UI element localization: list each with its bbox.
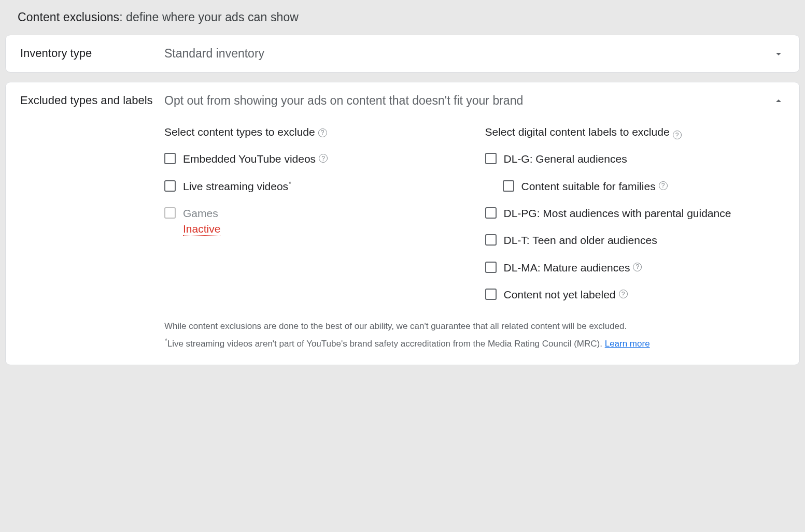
- help-icon[interactable]: ?: [633, 263, 642, 271]
- checkbox-live-streaming: Live streaming videos*: [164, 179, 464, 194]
- page-title-rest: : define where your ads can show: [119, 10, 299, 24]
- checkbox-label-text: Embedded YouTube videos: [183, 152, 316, 166]
- inventory-type-card: Inventory type Standard inventory: [5, 35, 800, 73]
- footer-note-2: *Live streaming videos aren't part of Yo…: [164, 336, 733, 350]
- help-icon[interactable]: ?: [318, 128, 327, 137]
- excluded-types-description: Opt out from showing your ads on content…: [164, 94, 766, 108]
- help-icon[interactable]: ?: [673, 131, 682, 139]
- checkbox-label-text: Content not yet labeled: [504, 287, 616, 302]
- help-icon[interactable]: ?: [659, 181, 668, 190]
- checkbox-input[interactable]: [503, 180, 514, 192]
- checkbox-input[interactable]: [164, 153, 176, 164]
- checkbox-embedded-youtube: Embedded YouTube videos ?: [164, 152, 464, 166]
- footer-note-2-text: Live streaming videos aren't part of You…: [167, 339, 605, 349]
- checkbox-input[interactable]: [485, 234, 497, 246]
- page-header: Content exclusions: define where your ad…: [5, 5, 800, 35]
- content-types-header-text: Select content types to exclude: [164, 124, 315, 139]
- footer-notes: While content exclusions are done to the…: [164, 320, 785, 350]
- checkbox-label-text: Games: [183, 206, 220, 221]
- inventory-type-row[interactable]: Inventory type Standard inventory: [6, 35, 799, 72]
- inventory-type-label: Inventory type: [20, 47, 164, 60]
- help-icon[interactable]: ?: [319, 154, 328, 163]
- checkbox-input-disabled: [164, 207, 176, 219]
- checkbox-label-text: Live streaming videos*: [183, 179, 291, 194]
- checkbox-input[interactable]: [485, 262, 497, 273]
- footer-note-1: While content exclusions are done to the…: [164, 320, 733, 333]
- checkbox-dl-pg: DL-PG: Most audiences with parental guid…: [485, 206, 785, 221]
- chevron-up-icon[interactable]: [772, 95, 785, 107]
- digital-labels-header: Select digital content labels to exclude…: [485, 124, 785, 139]
- checkbox-input[interactable]: [485, 207, 497, 219]
- chevron-down-icon[interactable]: [772, 48, 785, 60]
- checkbox-label-text: Content suitable for families: [521, 179, 656, 194]
- help-icon[interactable]: ?: [619, 290, 628, 298]
- checkbox-dl-ma: DL-MA: Mature audiences ?: [485, 261, 785, 275]
- checkbox-not-labeled: Content not yet labeled ?: [485, 287, 785, 302]
- inventory-type-value: Standard inventory: [164, 47, 766, 61]
- inactive-status: Inactive: [183, 223, 220, 236]
- checkbox-dl-g: DL-G: General audiences: [485, 152, 785, 166]
- checkbox-label-text: DL-G: General audiences: [504, 152, 627, 166]
- digital-labels-header-text: Select digital content labels to exclude: [485, 124, 670, 139]
- checkbox-input[interactable]: [485, 153, 497, 164]
- digital-labels-column: Select digital content labels to exclude…: [485, 124, 785, 314]
- checkbox-input[interactable]: [485, 289, 497, 300]
- content-types-header: Select content types to exclude ?: [164, 124, 464, 139]
- excluded-types-card: Excluded types and labels Opt out from s…: [5, 82, 800, 365]
- checkbox-dl-t: DL-T: Teen and older audiences: [485, 233, 785, 248]
- checkbox-input[interactable]: [164, 180, 176, 192]
- content-types-column: Select content types to exclude ? Embedd…: [164, 124, 464, 314]
- checkbox-label-text: DL-T: Teen and older audiences: [504, 233, 657, 248]
- page-title-bold: Content exclusions: [18, 10, 119, 24]
- checkbox-label-text: DL-PG: Most audiences with parental guid…: [504, 206, 731, 221]
- excluded-types-label: Excluded types and labels: [20, 94, 164, 107]
- learn-more-link[interactable]: Learn more: [605, 339, 650, 349]
- checkbox-families: Content suitable for families ?: [503, 179, 785, 194]
- checkbox-games: Games Inactive: [164, 206, 464, 236]
- checkbox-label-text: DL-MA: Mature audiences: [504, 261, 630, 275]
